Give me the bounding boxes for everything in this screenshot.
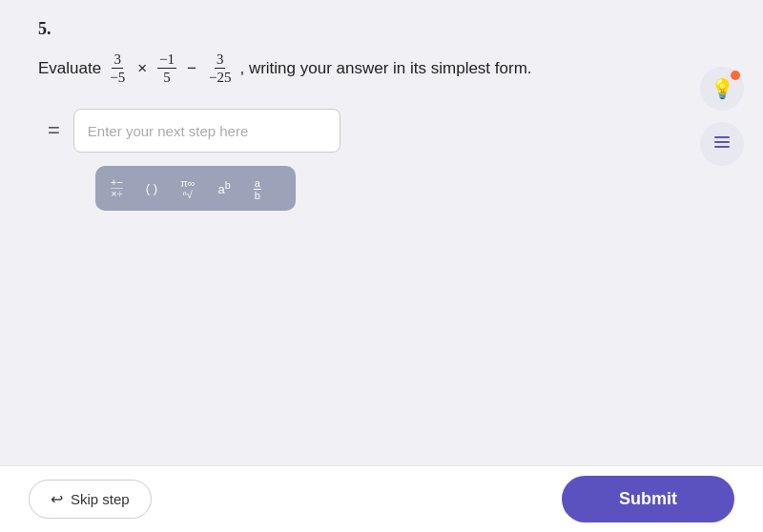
submit-button[interactable]: Submit [562, 476, 734, 522]
root-button[interactable]: π∞ ⁿ√ [178, 175, 196, 202]
fraction-1-denominator: −5 [108, 69, 127, 86]
lightbulb-icon: 💡 [711, 77, 734, 100]
skip-button[interactable]: ↩ Skip step [29, 480, 152, 519]
answer-input[interactable] [73, 109, 340, 153]
root-icon: π∞ ⁿ√ [180, 177, 195, 200]
answer-row: = [48, 109, 725, 153]
fraction-1-numerator: 3 [112, 51, 123, 69]
question-number: 5. [38, 19, 725, 39]
fraction-2-denominator: 5 [161, 69, 173, 86]
power-button[interactable]: ab [217, 177, 233, 198]
question-prefix: Evaluate [38, 55, 101, 81]
question-suffix: , writing your answer in its simplest fo… [239, 55, 531, 81]
list-icon [711, 132, 732, 157]
question-text: Evaluate 3 −5 × −1 5 − 3 −25 , writing y… [38, 51, 725, 86]
arithmetic-icon: +− ×÷ [111, 177, 123, 199]
submit-label: Submit [619, 489, 677, 508]
fraction-button[interactable]: a b [252, 174, 263, 203]
fraction-3-denominator: −25 [207, 69, 233, 86]
math-toolbar: +− ×÷ ( ) π∞ ⁿ√ ab a b [95, 166, 296, 211]
list-button[interactable] [700, 122, 744, 166]
operator-2: − [187, 55, 196, 81]
bottom-bar: ↩ Skip step Submit [0, 465, 763, 532]
equals-sign: = [48, 118, 60, 143]
fraction-3-numerator: 3 [215, 51, 226, 69]
brackets-button[interactable]: ( ) [144, 179, 159, 197]
brackets-icon: ( ) [146, 181, 157, 195]
svg-rect-2 [714, 146, 730, 148]
side-icons: 💡 [700, 67, 744, 166]
skip-icon: ↩ [51, 490, 63, 508]
fraction-3: 3 −25 [207, 51, 233, 86]
arithmetic-button[interactable]: +− ×÷ [109, 175, 125, 201]
skip-label: Skip step [71, 491, 130, 507]
power-icon: ab [218, 179, 231, 196]
svg-rect-1 [714, 141, 730, 143]
fraction-icon: a b [254, 175, 261, 201]
lightbulb-button[interactable]: 💡 [700, 67, 744, 111]
fraction-2: −1 5 [157, 51, 176, 86]
operator-1: × [137, 55, 147, 81]
svg-rect-0 [714, 136, 730, 138]
fraction-2-numerator: −1 [157, 51, 176, 69]
main-content: 5. Evaluate 3 −5 × −1 5 − 3 −25 , writin… [0, 0, 763, 230]
fraction-1: 3 −5 [108, 51, 127, 86]
notification-dot [731, 71, 740, 80]
